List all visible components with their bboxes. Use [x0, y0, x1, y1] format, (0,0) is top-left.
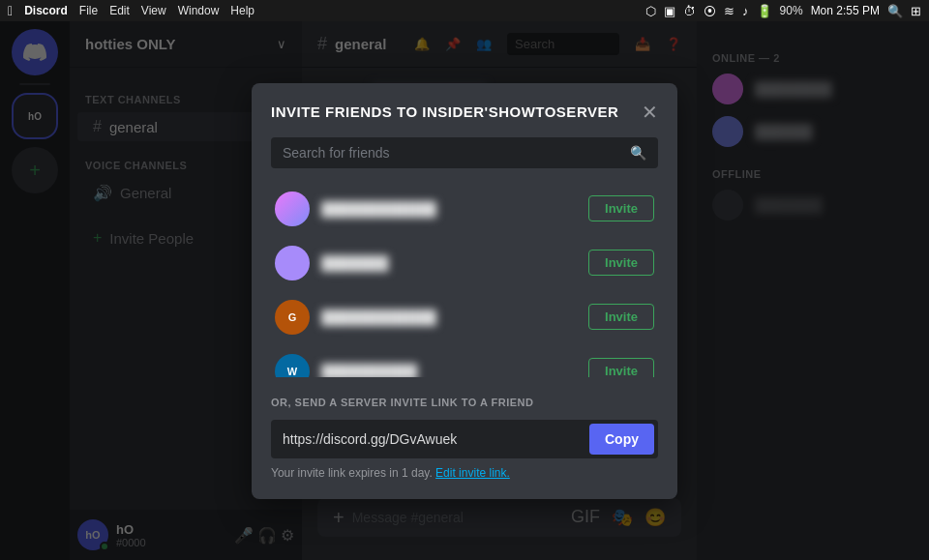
friend-avatar: G — [275, 300, 310, 335]
volume-icon: ♪ — [742, 4, 749, 18]
menu-bar:  Discord File Edit View Window Help ⬡ ▣… — [0, 0, 929, 21]
menubar-right: ⬡ ▣ ⏱ ⦿ ≋ ♪ 🔋 90% Mon 2:55 PM 🔍 ⊞ — [645, 4, 921, 18]
modal-title: INVITE FRIENDS TO INSIDER'SHOWTOSERVER — [271, 103, 618, 120]
menu-view[interactable]: View — [141, 4, 166, 17]
friend-item: ████████████ Invite — [271, 184, 658, 234]
invite-link-box: https://discord.gg/DGvAwuek Copy — [271, 420, 658, 458]
friend-name: ██████████ — [321, 364, 577, 377]
friend-name: ████████████ — [321, 309, 577, 325]
control-center-icon[interactable]: ⊞ — [911, 4, 921, 18]
system-tray-discord: ⬡ — [645, 4, 656, 18]
modal-overlay[interactable]: INVITE FRIENDS TO INSIDER'SHOWTOSERVER ✕… — [0, 21, 929, 560]
battery-percentage: 90% — [780, 4, 803, 17]
search-icon: 🔍 — [630, 145, 646, 161]
friend-item: W ██████████ Invite — [271, 346, 658, 377]
copy-invite-link-button[interactable]: Copy — [589, 424, 654, 455]
menu-window[interactable]: Window — [178, 4, 220, 17]
modal-header: INVITE FRIENDS TO INSIDER'SHOWTOSERVER ✕ — [271, 103, 658, 122]
modal-close-button[interactable]: ✕ — [642, 103, 658, 122]
invite-modal: INVITE FRIENDS TO INSIDER'SHOWTOSERVER ✕… — [252, 83, 677, 499]
battery-icon: 🔋 — [757, 4, 772, 18]
spotlight-icon[interactable]: 🔍 — [887, 4, 903, 18]
bluetooth-icon: ⦿ — [704, 4, 716, 18]
friend-name: ████████████ — [321, 201, 577, 217]
friend-name: ███████ — [321, 255, 577, 271]
friend-avatar: W — [275, 354, 310, 377]
menubar-left:  Discord File Edit View Window Help — [8, 3, 634, 18]
invite-link-display: https://discord.gg/DGvAwuek — [283, 431, 589, 447]
invite-button[interactable]: Invite — [588, 358, 654, 377]
app-name: Discord — [24, 4, 68, 17]
friend-search-input[interactable] — [283, 145, 622, 161]
friend-search-box[interactable]: 🔍 — [271, 137, 658, 168]
menu-help[interactable]: Help — [230, 4, 255, 17]
time-machine-icon: ⏱ — [683, 4, 696, 18]
menu-file[interactable]: File — [79, 4, 98, 17]
invite-expiry-text: Your invite link expires in 1 day. Edit … — [271, 466, 658, 480]
friend-list: ████████████ Invite ███████ Invite G ███… — [271, 184, 658, 377]
edit-invite-link[interactable]: Edit invite link. — [435, 466, 510, 480]
invite-link-section-header: OR, SEND A SERVER INVITE LINK TO A FRIEN… — [271, 397, 658, 408]
friend-item: ███████ Invite — [271, 238, 658, 288]
screen-record-icon: ▣ — [664, 4, 675, 18]
system-time: Mon 2:55 PM — [811, 4, 880, 17]
invite-button[interactable]: Invite — [588, 304, 654, 330]
friend-avatar — [275, 192, 310, 226]
apple-icon[interactable]:  — [8, 3, 13, 18]
invite-button[interactable]: Invite — [588, 195, 654, 221]
friend-item: G ████████████ Invite — [271, 292, 658, 342]
wifi-icon: ≋ — [724, 4, 734, 18]
friend-avatar — [275, 246, 310, 280]
invite-button[interactable]: Invite — [588, 250, 654, 276]
menu-edit[interactable]: Edit — [109, 4, 130, 17]
